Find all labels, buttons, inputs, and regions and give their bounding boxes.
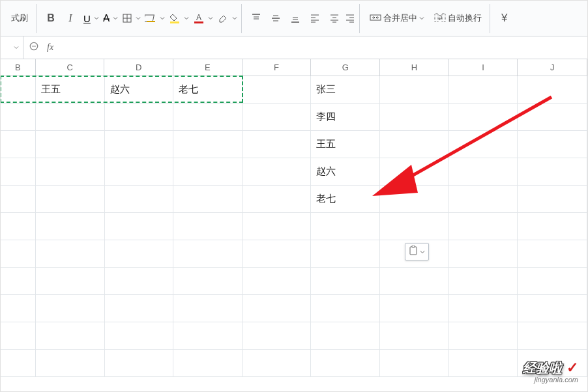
cell[interactable] xyxy=(380,268,449,295)
cell[interactable] xyxy=(173,240,243,268)
col-header[interactable]: D xyxy=(104,59,173,76)
cell[interactable] xyxy=(243,322,312,350)
cell[interactable] xyxy=(380,158,449,186)
underline-button[interactable]: U xyxy=(81,12,99,25)
cell[interactable] xyxy=(243,240,312,268)
align-middle-button[interactable] xyxy=(267,9,285,27)
cell[interactable] xyxy=(518,104,587,131)
cell[interactable] xyxy=(173,131,243,158)
cell[interactable] xyxy=(36,213,105,240)
cell[interactable] xyxy=(449,350,518,377)
cell[interactable] xyxy=(311,240,380,268)
search-icon[interactable] xyxy=(29,41,40,55)
col-header[interactable]: F xyxy=(243,59,312,76)
cell[interactable] xyxy=(173,322,243,350)
cell[interactable] xyxy=(449,295,518,322)
col-header[interactable]: E xyxy=(173,59,243,76)
cell[interactable] xyxy=(243,131,312,158)
cell[interactable]: 赵六 xyxy=(105,76,174,104)
cell[interactable] xyxy=(380,76,449,104)
cell[interactable] xyxy=(243,158,312,186)
grid[interactable]: 王五 赵六 老七 张三 李四 王五 xyxy=(1,76,587,377)
cell[interactable] xyxy=(449,76,518,104)
cell[interactable] xyxy=(311,213,380,240)
cell[interactable] xyxy=(243,295,312,322)
cell[interactable] xyxy=(243,350,312,377)
cell[interactable] xyxy=(518,131,587,158)
col-header[interactable]: J xyxy=(518,59,587,76)
cell[interactable] xyxy=(449,186,518,213)
cell[interactable] xyxy=(105,295,174,322)
align-top-button[interactable] xyxy=(247,9,265,27)
name-box[interactable] xyxy=(1,36,23,59)
cell[interactable] xyxy=(1,295,36,322)
strikethrough-button[interactable]: A̶ xyxy=(100,11,118,25)
cell[interactable] xyxy=(449,268,518,295)
col-header[interactable]: H xyxy=(380,59,449,76)
borders-button[interactable] xyxy=(119,12,141,25)
cell[interactable]: 王五 xyxy=(311,131,380,158)
cell[interactable] xyxy=(518,76,587,104)
cell[interactable] xyxy=(1,158,36,186)
cell[interactable] xyxy=(243,213,312,240)
cell[interactable] xyxy=(380,213,449,240)
cell[interactable] xyxy=(105,186,174,213)
cell[interactable] xyxy=(36,104,105,131)
font-color-button[interactable]: A xyxy=(190,12,213,25)
cell[interactable] xyxy=(311,268,380,295)
cell[interactable]: 李四 xyxy=(311,104,380,131)
fill-color-button[interactable] xyxy=(166,12,189,25)
cell[interactable] xyxy=(105,104,174,131)
cell[interactable] xyxy=(380,104,449,131)
cell[interactable] xyxy=(1,350,36,377)
cell[interactable] xyxy=(36,295,105,322)
cell[interactable] xyxy=(173,158,243,186)
formula-input[interactable] xyxy=(59,36,587,59)
cell[interactable] xyxy=(1,240,36,268)
cell[interactable] xyxy=(1,76,36,104)
cell[interactable] xyxy=(518,158,587,186)
auto-wrap-button[interactable]: 自动换行 xyxy=(430,10,486,27)
cell[interactable] xyxy=(36,268,105,295)
bold-button[interactable]: B xyxy=(42,9,60,27)
cell[interactable] xyxy=(173,350,243,377)
cell[interactable] xyxy=(449,131,518,158)
cell[interactable]: 老七 xyxy=(173,76,243,104)
cell[interactable] xyxy=(518,213,587,240)
cell[interactable] xyxy=(105,240,174,268)
format-painter-button[interactable]: 式刷 xyxy=(7,10,32,27)
align-right-button[interactable] xyxy=(345,13,355,23)
currency-button[interactable]: ¥ xyxy=(495,9,514,27)
cell[interactable] xyxy=(380,322,449,350)
cell[interactable] xyxy=(449,213,518,240)
cell[interactable] xyxy=(243,104,312,131)
col-header[interactable]: I xyxy=(449,59,518,76)
cell[interactable] xyxy=(105,350,174,377)
cell[interactable] xyxy=(518,322,587,350)
cell[interactable] xyxy=(380,186,449,213)
align-bottom-button[interactable] xyxy=(286,9,304,27)
col-header[interactable]: G xyxy=(311,59,380,76)
cell[interactable] xyxy=(449,322,518,350)
cell[interactable] xyxy=(173,268,243,295)
cell[interactable] xyxy=(173,295,243,322)
cell[interactable] xyxy=(1,104,36,131)
cell[interactable] xyxy=(311,350,380,377)
cell[interactable] xyxy=(518,295,587,322)
cell[interactable]: 赵六 xyxy=(311,158,380,186)
cell[interactable] xyxy=(36,350,105,377)
cell[interactable] xyxy=(518,186,587,213)
col-header[interactable]: B xyxy=(1,59,36,76)
cell[interactable] xyxy=(1,186,36,213)
align-center-button[interactable] xyxy=(325,9,344,27)
cell[interactable] xyxy=(243,268,312,295)
cell[interactable] xyxy=(36,131,105,158)
clear-format-button[interactable] xyxy=(214,12,237,25)
cell[interactable]: 张三 xyxy=(311,76,380,104)
cell[interactable] xyxy=(449,240,518,268)
cell[interactable] xyxy=(173,104,243,131)
cell[interactable] xyxy=(105,213,174,240)
cell[interactable] xyxy=(36,322,105,350)
cell[interactable] xyxy=(1,268,36,295)
cell[interactable] xyxy=(243,186,312,213)
